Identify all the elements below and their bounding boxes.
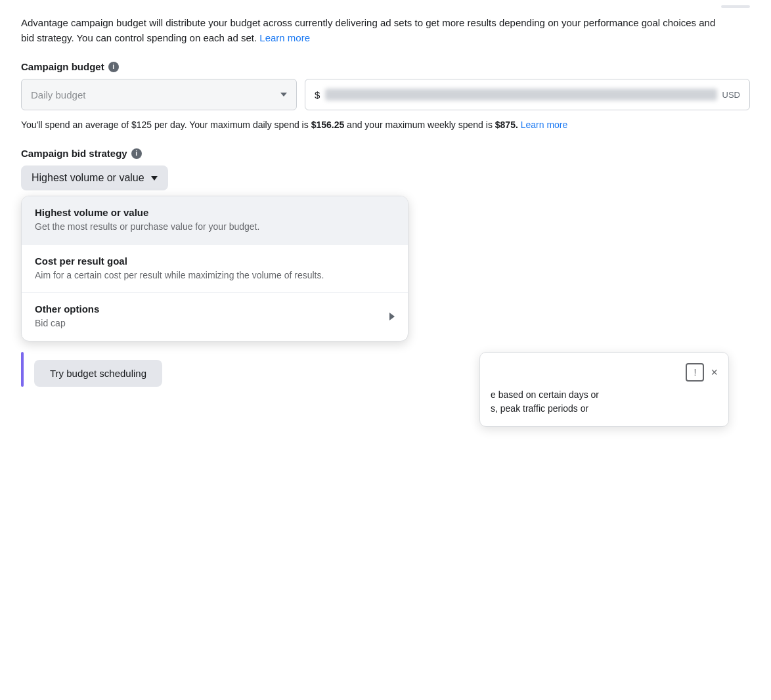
dropdown-item-other-desc: Bid cap [35,317,99,330]
bottom-section: Try budget scheduling ! × e based on cer… [21,352,750,387]
try-budget-btn-label: Try budget scheduling [50,368,146,379]
bid-strategy-info-icon[interactable]: i [131,148,142,159]
dropdown-item-cost-per-result-desc: Aim for a certain cost per result while … [35,269,395,282]
dropdown-item-highest-volume-title: Highest volume or value [35,207,395,218]
budget-amount-input[interactable]: $ USD [305,79,750,110]
budget-value-blurred [325,89,716,100]
bid-strategy-selected-label: Highest volume or value [32,172,144,184]
spend-info-part1: You'll spend an average of $125 per day.… [21,120,311,130]
currency-label: USD [722,90,740,100]
campaign-budget-label: Campaign budget [21,61,104,72]
spend-info-mid: and your maximum weekly spend is [344,120,495,130]
dropdown-item-cost-per-result[interactable]: Cost per result goal Aim for a certain c… [22,245,408,294]
toast-text-part2: s, peak traffic periods or [491,403,588,414]
bid-strategy-dropdown-btn[interactable]: Highest volume or value [21,165,168,190]
bid-strategy-title: Campaign bid strategy [21,148,127,159]
toast-text: e based on certain days or s, peak traff… [491,388,718,416]
max-weekly-value: $875. [495,120,518,130]
bid-strategy-label: Campaign bid strategy i [21,148,750,159]
toast-close-button[interactable]: × [711,366,718,378]
bid-strategy-dropdown-arrow-icon [151,176,158,181]
description-text: Advantage campaign budget will distribut… [21,16,717,45]
currency-symbol: $ [315,89,320,100]
toast-alert-icon: ! [686,363,704,382]
budget-type-select[interactable]: Daily budget [21,79,297,110]
toast-popup: ! × e based on certain days or s, peak t… [479,352,729,427]
budget-row: Daily budget $ USD [21,79,750,110]
toast-header: ! × [491,363,718,382]
dropdown-item-highest-volume-desc: Get the most results or purchase value f… [35,221,395,234]
max-daily-value: $156.25 [311,120,345,130]
bid-strategy-dropdown-menu: Highest volume or value Get the most res… [21,196,408,341]
description-part1: Advantage campaign budget will distribut… [21,17,715,43]
campaign-budget-section-label: Campaign budget i [21,61,750,72]
dropdown-item-other-title: Other options [35,303,99,315]
bid-strategy-section: Campaign bid strategy i Highest volume o… [21,148,750,341]
spend-info-text: You'll spend an average of $125 per day.… [21,118,750,132]
toast-icon-symbol: ! [694,367,697,378]
other-options-row: Other options Bid cap [35,303,395,330]
other-options-chevron-icon [389,313,395,320]
dropdown-item-cost-per-result-title: Cost per result goal [35,255,395,267]
description-learn-more-link[interactable]: Learn more [259,32,310,43]
toast-text-part1: e based on certain days or [491,389,599,400]
dropdown-item-highest-volume[interactable]: Highest volume or value Get the most res… [22,196,408,245]
budget-type-chevron-icon [280,93,287,97]
campaign-budget-info-icon[interactable]: i [108,62,119,72]
left-purple-bar [21,352,24,387]
dropdown-item-other-options[interactable]: Other options Bid cap [22,293,408,341]
spend-learn-more-link[interactable]: Learn more [521,120,568,130]
budget-type-placeholder: Daily budget [31,89,85,100]
try-budget-scheduling-button[interactable]: Try budget scheduling [34,360,162,387]
other-options-content: Other options Bid cap [35,303,99,330]
